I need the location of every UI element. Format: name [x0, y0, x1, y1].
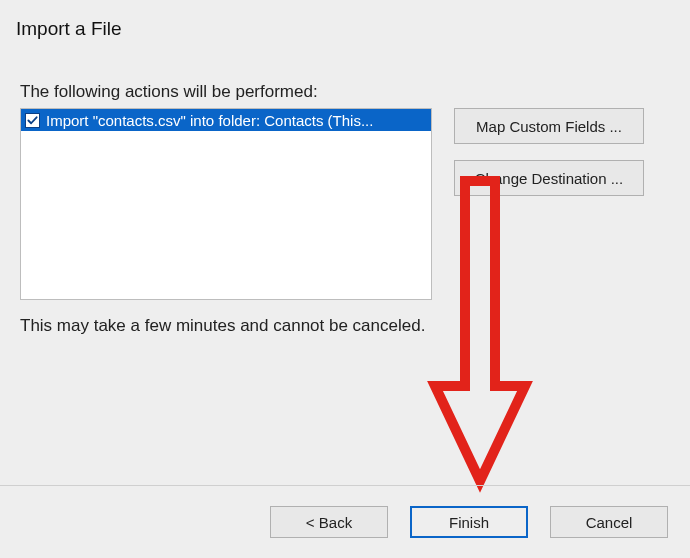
footer-buttons: < Back Finish Cancel	[270, 506, 668, 538]
map-custom-fields-button[interactable]: Map Custom Fields ...	[454, 108, 644, 144]
actions-list[interactable]: Import "contacts.csv" into folder: Conta…	[20, 108, 432, 300]
checkmark-icon	[27, 115, 38, 126]
dialog-title: Import a File	[16, 18, 122, 40]
action-label: Import "contacts.csv" into folder: Conta…	[46, 112, 373, 129]
action-checkbox[interactable]	[25, 113, 40, 128]
footer-divider	[0, 485, 690, 486]
change-destination-button[interactable]: Change Destination ...	[454, 160, 644, 196]
finish-button[interactable]: Finish	[410, 506, 528, 538]
warning-label: This may take a few minutes and cannot b…	[20, 316, 670, 336]
action-item[interactable]: Import "contacts.csv" into folder: Conta…	[21, 109, 431, 131]
back-button[interactable]: < Back	[270, 506, 388, 538]
side-buttons: Map Custom Fields ... Change Destination…	[454, 108, 644, 196]
instructions-label: The following actions will be performed:	[20, 82, 670, 102]
dialog-content: The following actions will be performed:…	[20, 82, 670, 336]
actions-row: Import "contacts.csv" into folder: Conta…	[20, 108, 670, 300]
cancel-button[interactable]: Cancel	[550, 506, 668, 538]
